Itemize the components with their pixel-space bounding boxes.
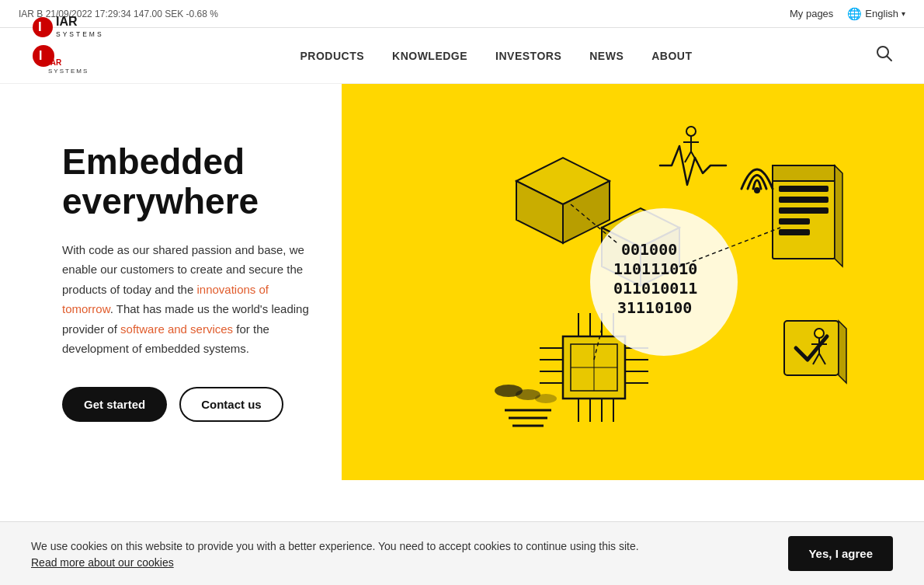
hero-svg-illustration: 001000 110111010 011010011 31110100 xyxy=(342,84,924,480)
svg-text:110111010: 110111010 xyxy=(613,259,697,278)
top-bar-right: My pages 🌐 English ▾ xyxy=(790,7,905,21)
person-1 xyxy=(683,127,699,162)
nav-products[interactable]: PRODUCTS xyxy=(300,50,364,62)
svg-point-58 xyxy=(815,329,824,338)
svg-text:011010011: 011010011 xyxy=(613,279,697,298)
hero-title: Embedded everywhere xyxy=(62,142,311,221)
hero-left: Embedded everywhere With code as our sha… xyxy=(0,84,342,480)
svg-text:SYSTEMS: SYSTEMS xyxy=(48,68,89,75)
hero-buttons: Get started Contact us xyxy=(62,387,311,422)
svg-marker-24 xyxy=(835,165,842,266)
nav-knowledge[interactable]: KNOWLEDGE xyxy=(392,50,467,62)
hero-right-illustration: 001000 110111010 011010011 31110100 xyxy=(342,84,924,480)
hero-section: Embedded everywhere With code as our sha… xyxy=(0,84,924,480)
nav-investors[interactable]: INVESTORS xyxy=(495,50,561,62)
svg-rect-18 xyxy=(779,186,828,192)
hero-description: With code as our shared passion and base… xyxy=(62,240,311,359)
svg-rect-22 xyxy=(779,229,810,235)
nav-about[interactable]: ABOUT xyxy=(651,50,692,62)
contact-us-button[interactable]: Contact us xyxy=(179,387,283,422)
nav-links: PRODUCTS KNOWLEDGE INVESTORS NEWS ABOUT xyxy=(300,50,692,62)
chevron-down-icon: ▾ xyxy=(901,9,905,18)
svg-text:SYSTEMS: SYSTEMS xyxy=(56,30,104,38)
svg-point-68 xyxy=(535,394,557,403)
logo-area[interactable]: I IAR SYSTEMS I IAR SYSTEMS xyxy=(31,37,116,75)
svg-line-9 xyxy=(888,57,892,61)
search-icon xyxy=(876,45,893,62)
nav-bar: I IAR SYSTEMS I IAR SYSTEMS PRODUCTS KNO… xyxy=(0,28,924,84)
svg-text:I: I xyxy=(38,19,42,34)
svg-point-4 xyxy=(33,17,53,37)
embedded-illustration: 001000 110111010 011010011 31110100 xyxy=(361,88,905,476)
svg-rect-21 xyxy=(779,218,810,225)
my-pages-link[interactable]: My pages xyxy=(790,8,833,19)
svg-rect-20 xyxy=(779,207,828,214)
svg-text:IAR: IAR xyxy=(56,15,78,28)
svg-rect-19 xyxy=(779,197,828,203)
svg-point-53 xyxy=(686,127,696,136)
innovations-link[interactable]: innovations of tomorrow xyxy=(62,283,269,316)
svg-text:001000: 001000 xyxy=(621,240,677,259)
top-bar: IAR B 21/09/2022 17:29:34 147.00 SEK -0.… xyxy=(0,0,924,28)
get-started-button[interactable]: Get started xyxy=(62,387,167,422)
globe-icon: 🌐 xyxy=(847,7,862,21)
language-selector[interactable]: 🌐 English ▾ xyxy=(847,7,905,21)
svg-text:31110100: 31110100 xyxy=(617,298,692,317)
svg-rect-23 xyxy=(773,165,835,181)
svg-point-27 xyxy=(754,187,760,193)
svg-line-56 xyxy=(685,151,691,162)
iar-logo-full: I IAR SYSTEMS xyxy=(31,9,124,47)
language-label: English xyxy=(865,8,898,19)
svg-text:I: I xyxy=(39,49,42,62)
svg-marker-26 xyxy=(839,321,846,383)
nav-news[interactable]: NEWS xyxy=(589,50,624,62)
search-button[interactable] xyxy=(876,45,893,66)
svg-rect-25 xyxy=(784,321,839,375)
software-link[interactable]: software and services xyxy=(120,322,233,336)
svg-text:IAR: IAR xyxy=(48,58,62,67)
